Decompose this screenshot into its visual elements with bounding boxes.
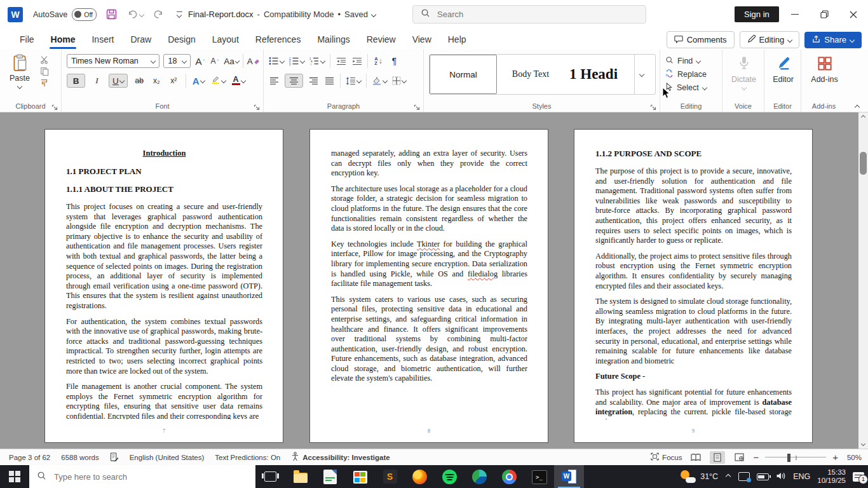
title-search-box[interactable] xyxy=(412,5,646,24)
sort-icon[interactable]: AZ ↓ xyxy=(373,55,384,67)
numbering-icon[interactable]: 123 xyxy=(289,55,304,67)
clipboard-dialog-launcher-icon[interactable] xyxy=(51,102,58,109)
share-button[interactable]: Share xyxy=(804,32,862,48)
format-painter-icon[interactable] xyxy=(39,78,49,87)
superscript-button[interactable]: x² xyxy=(168,74,179,87)
ribbon-tab-help[interactable]: Help xyxy=(440,30,475,48)
decrease-indent-icon[interactable] xyxy=(336,55,346,67)
scroll-down-icon[interactable] xyxy=(858,439,868,449)
font-dialog-launcher-icon[interactable] xyxy=(254,102,261,109)
taskbar-search-box[interactable] xyxy=(29,465,255,488)
app-button-green-editor[interactable] xyxy=(315,465,345,488)
multilevel-list-icon[interactable]: 1ai xyxy=(309,55,325,67)
grow-font-button[interactable]: Aˆ xyxy=(194,55,205,67)
underline-button[interactable]: U xyxy=(109,74,128,88)
editor-button[interactable]: Editor xyxy=(770,54,797,84)
show-hide-pilcrow-button[interactable]: ¶ xyxy=(389,55,400,67)
collapse-ribbon-icon[interactable] xyxy=(855,105,860,110)
spotify-button[interactable] xyxy=(435,465,465,488)
highlight-button[interactable] xyxy=(211,74,226,87)
battery-icon[interactable] xyxy=(757,473,769,480)
language-indicator[interactable]: English (United States) xyxy=(130,454,205,461)
search-input[interactable] xyxy=(436,9,616,20)
text-predictions[interactable]: Text Predictions: On xyxy=(215,454,280,461)
justify-icon[interactable] xyxy=(324,74,335,87)
start-button[interactable] xyxy=(0,465,29,488)
ribbon-tab-references[interactable]: References xyxy=(247,30,309,48)
cut-icon[interactable] xyxy=(39,55,49,64)
addins-button[interactable]: Add-ins xyxy=(806,54,843,84)
qat-customize-icon[interactable] xyxy=(173,8,186,21)
focus-button[interactable]: Focus xyxy=(651,452,682,462)
ribbon-tab-insert[interactable]: Insert xyxy=(83,30,122,48)
style-heading1[interactable]: 1 Headi xyxy=(564,55,634,94)
web-layout-icon[interactable] xyxy=(731,451,747,464)
task-view-button[interactable] xyxy=(255,465,285,488)
undo-dropdown-icon[interactable] xyxy=(139,11,144,17)
comments-button[interactable]: Comments xyxy=(667,31,735,48)
file-explorer-button[interactable] xyxy=(285,465,315,488)
terminal-button[interactable]: >_ xyxy=(524,465,554,488)
ribbon-tab-draw[interactable]: Draw xyxy=(122,30,159,48)
print-layout-icon[interactable] xyxy=(710,451,725,464)
subscript-button[interactable]: x₂ xyxy=(151,74,162,87)
shrink-font-button[interactable]: Aˇ xyxy=(209,55,220,67)
close-icon[interactable] xyxy=(839,0,868,29)
ribbon-tab-review[interactable]: Review xyxy=(358,30,404,48)
saved-status[interactable]: Saved xyxy=(344,10,368,19)
vertical-scrollbar[interactable] xyxy=(858,112,868,449)
document-page-8[interactable]: managed separately, adding an extra laye… xyxy=(309,129,548,443)
redo-icon[interactable] xyxy=(152,8,165,21)
bold-button[interactable]: B xyxy=(67,74,85,88)
zoom-level[interactable]: 50% xyxy=(847,454,862,461)
style-body-text[interactable]: Body Text xyxy=(497,55,564,94)
accessibility-status[interactable]: Accessibility: Investigate xyxy=(291,452,390,463)
styles-dialog-launcher-icon[interactable] xyxy=(650,102,657,109)
ribbon-tab-view[interactable]: View xyxy=(404,30,440,48)
word-count[interactable]: 6588 words xyxy=(61,454,98,461)
edge-button[interactable] xyxy=(465,465,494,488)
editing-mode-button[interactable]: Editing xyxy=(740,31,800,48)
word-logo[interactable]: W xyxy=(8,7,23,22)
page-indicator[interactable]: Page 3 of 62 xyxy=(9,454,50,461)
strikethrough-button[interactable]: ab xyxy=(134,74,145,87)
styles-gallery-more-icon[interactable] xyxy=(634,55,648,94)
ribbon-tab-mailings[interactable]: Mailings xyxy=(309,30,358,48)
input-language[interactable]: ENG xyxy=(793,472,810,481)
italic-button[interactable]: I xyxy=(92,74,102,87)
word-taskbar-button[interactable]: W xyxy=(554,465,584,488)
clear-formatting-button[interactable]: A xyxy=(247,55,259,67)
ribbon-tab-layout[interactable]: Layout xyxy=(204,30,247,48)
ribbon-tab-design[interactable]: Design xyxy=(159,30,204,48)
change-case-button[interactable]: Aa xyxy=(224,55,239,67)
paste-button[interactable]: Paste xyxy=(5,54,34,92)
style-normal[interactable]: Normal xyxy=(430,55,497,94)
ribbon-tab-file[interactable]: File xyxy=(11,30,43,48)
tray-chevron-icon[interactable] xyxy=(726,474,731,479)
document-canvas[interactable]: Introduction1.1 PROJECT PLAN1.1.1 ABOUT … xyxy=(0,112,868,449)
microsoft-store-button[interactable] xyxy=(345,465,375,488)
read-mode-icon[interactable] xyxy=(688,451,703,464)
notification-icon[interactable]: 1 xyxy=(853,472,864,482)
font-color-button[interactable]: A xyxy=(232,74,245,87)
scrollbar-thumb[interactable] xyxy=(860,152,867,175)
restore-icon[interactable] xyxy=(810,0,839,29)
align-right-icon[interactable] xyxy=(308,74,319,87)
increase-indent-icon[interactable] xyxy=(351,55,362,67)
zoom-slider[interactable] xyxy=(765,453,826,462)
undo-icon[interactable] xyxy=(126,8,139,21)
align-left-icon[interactable] xyxy=(269,74,280,87)
font-name-combo[interactable]: Times New Roman xyxy=(67,54,159,68)
save-icon[interactable] xyxy=(105,8,118,21)
weather-widget[interactable]: 31°C xyxy=(681,470,718,483)
autosave-toggle[interactable]: AutoSave Off xyxy=(33,8,97,21)
borders-icon[interactable] xyxy=(392,74,406,87)
autosave-switch[interactable]: Off xyxy=(72,8,97,21)
line-spacing-icon[interactable] xyxy=(346,74,361,87)
scroll-up-icon[interactable] xyxy=(858,112,868,122)
copy-icon[interactable] xyxy=(39,67,49,76)
select-button[interactable]: Select xyxy=(665,81,718,94)
document-page-9[interactable]: 1.1.2 PURPOSE AND SCOPEThe purpose of th… xyxy=(574,129,813,443)
align-center-icon[interactable] xyxy=(285,74,303,88)
proofing-icon[interactable] xyxy=(110,452,119,462)
